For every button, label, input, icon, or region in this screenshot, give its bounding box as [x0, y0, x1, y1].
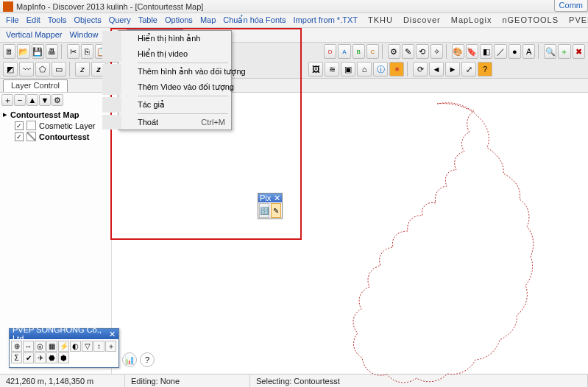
- ft-btn4-icon[interactable]: ▦: [46, 341, 57, 352]
- tb-delrow-icon[interactable]: ✖: [573, 44, 585, 59]
- lc-add-icon[interactable]: ＋: [1, 94, 13, 106]
- ft-btn11-icon[interactable]: ✔: [23, 352, 34, 363]
- close-icon[interactable]: ✕: [274, 194, 280, 203]
- tb-label-icon[interactable]: 🔖: [466, 44, 478, 59]
- tb-new-icon[interactable]: 🗎: [3, 44, 15, 59]
- tb-btn4-icon[interactable]: C: [366, 44, 379, 59]
- tb-btn3-icon[interactable]: B: [353, 44, 365, 59]
- menu-discover[interactable]: Discover: [400, 15, 444, 26]
- layer-label: Cosmetic Layer: [39, 121, 95, 130]
- ft-btn9-icon[interactable]: ＋: [105, 341, 116, 352]
- tb-line-icon[interactable]: ／: [494, 44, 506, 59]
- tree-root[interactable]: ▸ Contourtesst Map: [1, 109, 110, 120]
- tb2-info-icon[interactable]: ⓘ: [373, 62, 388, 77]
- title-bar: MapInfo - Discover 2013 kulinh - [Contou…: [0, 0, 588, 13]
- menu-import-txt[interactable]: Import from *.TXT: [291, 15, 361, 26]
- ft-btn14-icon[interactable]: ⬢: [58, 352, 69, 363]
- menu-pvep[interactable]: PVEP SONGHONG: [566, 15, 588, 26]
- tb2-polygon-icon[interactable]: ⬠: [35, 62, 50, 77]
- comment-tab[interactable]: Comm: [554, 0, 588, 12]
- tb-tool6-icon[interactable]: ✎: [402, 44, 414, 59]
- tb-region-icon[interactable]: ◧: [480, 44, 492, 59]
- menu-item-author[interactable]: Tác giả: [102, 97, 231, 113]
- tb-theme-icon[interactable]: 🎨: [452, 44, 464, 59]
- menu-edit[interactable]: Edit: [24, 15, 43, 26]
- lc-up-icon[interactable]: ▲: [26, 94, 38, 106]
- ft-btn8-icon[interactable]: ↕: [93, 341, 105, 352]
- tb2-refresh-icon[interactable]: ⟳: [413, 62, 428, 77]
- menu-map[interactable]: Map: [197, 15, 219, 26]
- tb2-home-icon[interactable]: ⌂: [357, 62, 372, 77]
- ft-btn3-icon[interactable]: ◎: [35, 341, 46, 352]
- tb-addrow-icon[interactable]: ＋: [558, 44, 570, 59]
- tb2-z1-icon[interactable]: z: [75, 62, 90, 77]
- tb2-select-icon[interactable]: ◩: [3, 62, 18, 77]
- tb2-next-icon[interactable]: ►: [445, 62, 460, 77]
- tail-btn-help-icon[interactable]: ?: [140, 352, 155, 367]
- lc-opts-icon[interactable]: ⚙: [52, 94, 63, 106]
- tab-layer-control[interactable]: Layer Control: [3, 79, 68, 92]
- tb-save-icon[interactable]: 💾: [32, 44, 44, 59]
- menu-item-show-image[interactable]: Hiển thị hình ảnh: [102, 31, 231, 46]
- menu-tools[interactable]: Tools: [45, 15, 70, 26]
- tb-btn2-icon[interactable]: A: [338, 44, 350, 59]
- tb-tool7-icon[interactable]: ⟲: [416, 44, 428, 59]
- menu-ngeotools[interactable]: nGEOTOOLS: [499, 15, 562, 26]
- menu-table[interactable]: Table: [135, 15, 160, 26]
- ft-btn13-icon[interactable]: ⬣: [46, 352, 57, 363]
- pixel-tool-window[interactable]: Pix ✕ 🔢 ✎: [258, 193, 283, 219]
- ft-btn1-icon[interactable]: ⊕: [11, 341, 22, 352]
- floating-toolbar[interactable]: PVEP SONGHONG Co., Ltd. ✕ ⊕ ↔ ◎ ▦ ⚡ ◐ ▽ …: [9, 328, 119, 368]
- tb2-star-icon[interactable]: ✶: [389, 62, 404, 77]
- tb-point-icon[interactable]: ●: [509, 44, 521, 59]
- tb2-zoom-icon[interactable]: ⤢: [461, 62, 476, 77]
- tb2-img2-icon[interactable]: ≋: [325, 62, 339, 77]
- tb2-prev-icon[interactable]: ◄: [429, 62, 444, 77]
- lc-down-icon[interactable]: ▼: [39, 94, 51, 106]
- menu-item-show-video[interactable]: Hiển thị video: [102, 46, 231, 62]
- tail-btn-chart-icon[interactable]: 📊: [122, 352, 137, 367]
- map-view[interactable]: [112, 93, 588, 374]
- menu-query[interactable]: Query: [106, 15, 134, 26]
- menu-tkhu[interactable]: TKHU: [365, 15, 396, 26]
- pixel-tool-title[interactable]: Pix ✕: [258, 194, 282, 202]
- tb2-img3-icon[interactable]: ▣: [341, 62, 355, 77]
- tb-tool8-icon[interactable]: ✧: [431, 44, 443, 59]
- menu-objects[interactable]: Objects: [71, 15, 104, 26]
- lc-remove-icon[interactable]: −: [14, 94, 26, 106]
- tb2-polyline-icon[interactable]: 〰: [19, 62, 34, 77]
- tb2-img1-icon[interactable]: 🖼: [308, 62, 323, 77]
- tb2-rect-icon[interactable]: ▭: [52, 62, 66, 77]
- visibility-checkbox[interactable]: [15, 132, 24, 141]
- menu-fonts[interactable]: Chuẩn hóa Fonts: [220, 15, 288, 26]
- tb2-qmark-icon[interactable]: ?: [478, 62, 492, 77]
- tree-layer-contourtesst[interactable]: Contourtesst: [1, 131, 110, 142]
- pixel-tool-btn1-icon[interactable]: 🔢: [259, 203, 269, 218]
- tree-layer-cosmetic[interactable]: Cosmetic Layer: [1, 120, 110, 131]
- tb-dms-icon[interactable]: D: [324, 44, 336, 59]
- menu-item-add-image[interactable]: Thêm hình ảnh vào đối tượng: [102, 64, 231, 79]
- tb-text-icon[interactable]: A: [523, 44, 535, 59]
- tb-find-icon[interactable]: 🔍: [544, 44, 556, 59]
- menu-window[interactable]: Window: [66, 29, 101, 40]
- menu-file[interactable]: File: [3, 15, 22, 26]
- tb-copy-icon[interactable]: ⎘: [81, 44, 93, 59]
- ft-btn5-icon[interactable]: ⚡: [58, 341, 69, 352]
- menu-options[interactable]: Options: [162, 15, 196, 26]
- tb-cut-icon[interactable]: ✂: [67, 44, 79, 59]
- pixel-tool-btn2-icon[interactable]: ✎: [271, 203, 281, 218]
- ft-btn6-icon[interactable]: ◐: [70, 341, 81, 352]
- ft-btn7-icon[interactable]: ▽: [82, 341, 93, 352]
- ft-btn10-icon[interactable]: Σ: [11, 352, 22, 363]
- close-icon[interactable]: ✕: [109, 330, 116, 339]
- tb-print-icon[interactable]: 🖶: [46, 44, 58, 59]
- menu-maplogix[interactable]: MapLogix: [448, 15, 495, 26]
- ft-btn2-icon[interactable]: ↔: [23, 341, 34, 352]
- menu-item-add-video[interactable]: Thêm Video vào đối tượng: [102, 79, 231, 95]
- visibility-checkbox[interactable]: [15, 121, 24, 130]
- tb-open-icon[interactable]: 📂: [17, 44, 29, 59]
- menu-vertical-mapper[interactable]: Vertical Mapper: [3, 29, 65, 40]
- menu-item-exit[interactable]: Thoát Ctrl+M: [102, 115, 231, 129]
- ft-btn12-icon[interactable]: ✈: [35, 352, 46, 363]
- tb-tool5-icon[interactable]: ⚙: [388, 44, 400, 59]
